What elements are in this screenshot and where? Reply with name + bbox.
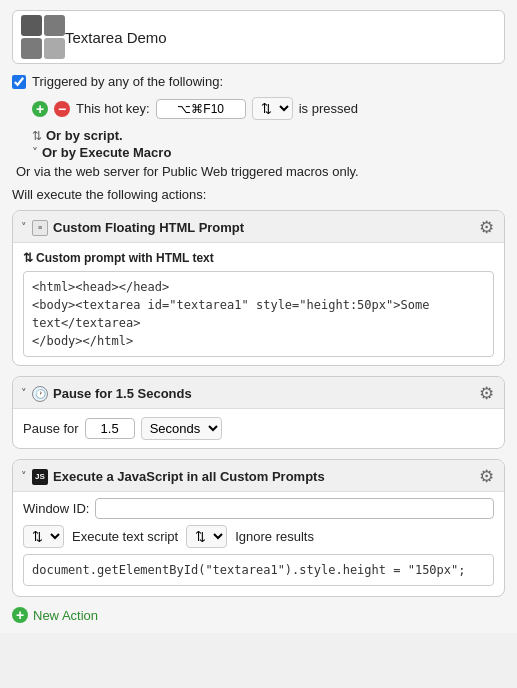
action-header-left-2: ˅ 🕐 Pause for 1.5 Seconds bbox=[21, 386, 192, 402]
action-chevron-2[interactable]: ˅ bbox=[21, 387, 27, 400]
macro-title-input[interactable] bbox=[65, 29, 496, 46]
action-title-3: Execute a JavaScript in all Custom Promp… bbox=[53, 469, 325, 484]
hotkey-row: + − This hot key: ⇅ is pressed bbox=[32, 97, 505, 120]
or-by-execute-row[interactable]: ˅ Or by Execute Macro bbox=[32, 145, 505, 160]
icon-cell-1 bbox=[21, 15, 42, 36]
action-card-2: ˅ 🕐 Pause for 1.5 Seconds ⚙ Pause for Se… bbox=[12, 376, 505, 449]
html-icon: ≡ bbox=[32, 220, 48, 236]
action-title-1: Custom Floating HTML Prompt bbox=[53, 220, 244, 235]
action-card-1: ˅ ≡ Custom Floating HTML Prompt ⚙ ⇅ Cust… bbox=[12, 210, 505, 366]
action-gear-button-1[interactable]: ⚙ bbox=[477, 217, 496, 238]
icon-cell-2 bbox=[44, 15, 65, 36]
or-by-script-row[interactable]: ⇅ Or by script. bbox=[32, 128, 505, 143]
seconds-select[interactable]: Seconds bbox=[141, 417, 222, 440]
subtitle-arrow-icon: ⇅ bbox=[23, 251, 33, 265]
action-gear-button-2[interactable]: ⚙ bbox=[477, 383, 496, 404]
trigger-row: Triggered by any of the following: bbox=[12, 74, 505, 89]
action-title-2: Pause for 1.5 Seconds bbox=[53, 386, 192, 401]
js-section: Window ID: ⇅ Execute text script ⇅ Ignor… bbox=[13, 492, 504, 596]
action-code-1[interactable]: <html><head></head> <body><textarea id="… bbox=[23, 271, 494, 357]
window-id-row: Window ID: bbox=[23, 498, 494, 519]
action-code-3[interactable]: document.getElementById("textarea1").sty… bbox=[23, 554, 494, 586]
pause-label: Pause for bbox=[23, 421, 79, 436]
header-row bbox=[12, 10, 505, 64]
or-via-row: Or via the web server for Public Web tri… bbox=[16, 164, 505, 179]
will-execute-label: Will execute the following actions: bbox=[12, 187, 505, 202]
add-hotkey-button[interactable]: + bbox=[32, 101, 48, 117]
up-down-icon: ⇅ bbox=[32, 129, 42, 143]
action-chevron-1[interactable]: ˅ bbox=[21, 221, 27, 234]
action-header-2: ˅ 🕐 Pause for 1.5 Seconds ⚙ bbox=[13, 377, 504, 409]
chevron-down-icon: ˅ bbox=[32, 146, 38, 160]
hotkey-label: This hot key: bbox=[76, 101, 150, 116]
execute-row: ⇅ Execute text script ⇅ Ignore results bbox=[23, 525, 494, 548]
action-gear-button-3[interactable]: ⚙ bbox=[477, 466, 496, 487]
window-id-label: Window ID: bbox=[23, 501, 89, 516]
action-subtitle-1: ⇅ Custom prompt with HTML text bbox=[23, 251, 494, 265]
or-by-script-label: Or by script. bbox=[46, 128, 123, 143]
action-header-left-3: ˅ JS Execute a JavaScript in all Custom … bbox=[21, 469, 325, 485]
execute-script-label: Execute text script bbox=[72, 529, 178, 544]
add-action-button[interactable]: + bbox=[12, 607, 28, 623]
pause-value-input[interactable] bbox=[85, 418, 135, 439]
action-body-1: ⇅ Custom prompt with HTML text <html><he… bbox=[13, 243, 504, 365]
hotkey-input[interactable] bbox=[156, 99, 246, 119]
trigger-checkbox[interactable] bbox=[12, 75, 26, 89]
triggered-label: Triggered by any of the following: bbox=[32, 74, 223, 89]
icon-cell-3 bbox=[21, 38, 42, 59]
action-chevron-3[interactable]: ˅ bbox=[21, 470, 27, 483]
action-header-3: ˅ JS Execute a JavaScript in all Custom … bbox=[13, 460, 504, 492]
is-pressed-select[interactable]: ⇅ bbox=[252, 97, 293, 120]
action-card-3: ˅ JS Execute a JavaScript in all Custom … bbox=[12, 459, 505, 597]
ignore-results-label: Ignore results bbox=[235, 529, 314, 544]
pause-icon: 🕐 bbox=[32, 386, 48, 402]
app-icon bbox=[21, 15, 65, 59]
js-icon: JS bbox=[32, 469, 48, 485]
ignore-results-select[interactable]: ⇅ bbox=[186, 525, 227, 548]
is-pressed-label: is pressed bbox=[299, 101, 358, 116]
new-action-label: New Action bbox=[33, 608, 98, 623]
window-id-input[interactable] bbox=[95, 498, 494, 519]
remove-hotkey-button[interactable]: − bbox=[54, 101, 70, 117]
or-by-execute-label: Or by Execute Macro bbox=[42, 145, 171, 160]
execute-script-select[interactable]: ⇅ bbox=[23, 525, 64, 548]
icon-cell-4 bbox=[44, 38, 65, 59]
new-action-row[interactable]: + New Action bbox=[12, 607, 505, 623]
script-rows: ⇅ Or by script. ˅ Or by Execute Macro bbox=[32, 128, 505, 160]
action-header-1: ˅ ≡ Custom Floating HTML Prompt ⚙ bbox=[13, 211, 504, 243]
pause-row: Pause for Seconds bbox=[13, 409, 504, 448]
action-header-left-1: ˅ ≡ Custom Floating HTML Prompt bbox=[21, 220, 244, 236]
